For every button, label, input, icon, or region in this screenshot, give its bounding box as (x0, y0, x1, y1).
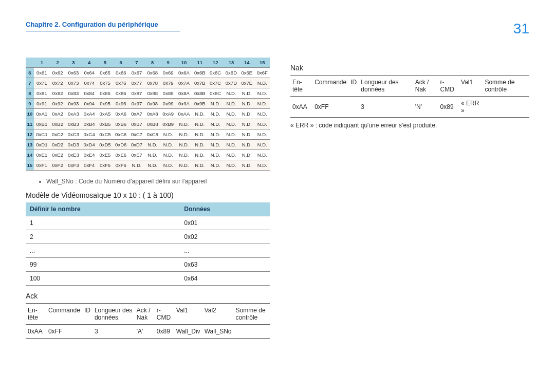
hex-col-header: 2 (50, 58, 66, 68)
page-number: 31 (513, 21, 529, 37)
hex-cell: 0xA8 (144, 109, 160, 119)
nak-header: Longueur des données (359, 76, 413, 97)
ack-header: Val1 (174, 304, 202, 325)
hex-cell: N.D. (160, 140, 176, 150)
hex-cell: 0x99 (160, 99, 176, 109)
hex-cell: 0xD7 (129, 140, 145, 150)
hex-cell: 0x76 (113, 78, 129, 88)
hex-cell: 0x84 (81, 88, 97, 99)
hex-cell: N.D. (192, 109, 208, 119)
hex-cell: N.D. (208, 109, 224, 119)
hex-cell: 0x94 (81, 99, 97, 109)
nak-header: En-tête (290, 76, 312, 97)
hex-cell: N.D. (254, 119, 270, 129)
ack-cell (82, 325, 92, 339)
hex-cell: 0x6D (224, 68, 239, 78)
nak-table: En-têteCommandeIDLongueur des donnéesAck… (290, 75, 529, 118)
hex-col-header: 14 (239, 58, 254, 68)
hex-cell: 0x85 (97, 88, 113, 99)
def-data: ... (180, 244, 270, 258)
nak-cell: « ERR » (459, 97, 483, 118)
hex-col-header: 9 (160, 58, 176, 68)
hex-cell: 0xA4 (81, 109, 97, 119)
hex-cell: 0x6F (254, 68, 270, 78)
hex-cell: 0x97 (129, 99, 145, 109)
hex-cell: 0xB8 (144, 119, 160, 129)
hex-col-header: 8 (144, 58, 160, 68)
nak-header: r-CMD (438, 76, 459, 97)
def-data: 0x63 (180, 258, 270, 272)
hex-cell: 0x95 (97, 99, 113, 109)
hex-cell: 0x89 (160, 88, 176, 99)
hex-cell: 0xC8 (144, 129, 160, 140)
hex-row-header: 15 (26, 160, 34, 171)
hex-cell: N.D. (192, 160, 208, 171)
hex-cell: 0xB7 (129, 119, 145, 129)
hex-cell: 0x86 (113, 88, 129, 99)
def-header-data: Données (180, 202, 270, 216)
nak-header: Ack / Nak (413, 76, 438, 97)
hex-cell: N.D. (160, 160, 176, 171)
hex-cell: 0x96 (113, 99, 129, 109)
hex-cell: 0x71 (34, 78, 50, 88)
hex-col-header: 15 (254, 58, 270, 68)
hex-cell: 0x62 (50, 68, 66, 78)
hex-cell: N.D. (224, 109, 239, 119)
def-data: 0x01 (180, 216, 270, 230)
hex-cell: 0x6B (192, 68, 208, 78)
hex-cell: 0xA5 (97, 109, 113, 119)
ack-cell: 0x89 (155, 325, 174, 339)
define-number-table: Définir le nombre Données 10x0120x02....… (26, 202, 270, 286)
hex-cell: 0x61 (34, 68, 50, 78)
hex-cell: 0xF5 (97, 160, 113, 171)
hex-cell: 0x6C (208, 68, 224, 78)
ack-cell: Wall_SNo (202, 325, 234, 339)
hex-col-header: 7 (129, 58, 145, 68)
nak-header: Commande (312, 76, 348, 97)
hex-cell: 0xC4 (81, 129, 97, 140)
hex-cell: 0xE4 (81, 150, 97, 160)
hex-cell: 0x74 (81, 78, 97, 88)
hex-cell: 0xA6 (113, 109, 129, 119)
ack-header: ID (82, 304, 92, 325)
ack-header: Longueur des données (92, 304, 135, 325)
hex-cell: N.D. (239, 129, 254, 140)
hex-cell: 0xE2 (50, 150, 66, 160)
ack-header: Val2 (202, 304, 234, 325)
hex-cell: N.D. (224, 140, 239, 150)
hex-cell: N.D. (239, 150, 254, 160)
hex-row-header: 13 (26, 140, 34, 150)
hex-cell: N.D. (224, 160, 239, 171)
hex-cell: 0xB2 (50, 119, 66, 129)
hex-grid-table: 123456789101112131415 60x610x620x630x640… (26, 58, 270, 171)
hex-cell: 0x87 (129, 88, 145, 99)
hex-cell: 0xB3 (66, 119, 82, 129)
hex-cell: N.D. (176, 129, 192, 140)
hex-cell: N.D. (254, 78, 270, 88)
hex-cell: 0x8B (192, 88, 208, 99)
nak-cell (348, 97, 359, 118)
ack-header: Somme de contrôle (234, 304, 270, 325)
hex-cell: 0xC1 (34, 129, 50, 140)
hex-cell: 0x67 (129, 68, 145, 78)
hex-cell: 0xE6 (113, 150, 129, 160)
hex-cell: 0x64 (81, 68, 97, 78)
err-note: « ERR » : code indiquant qu'une erreur s… (290, 122, 529, 129)
nak-cell: 0xFF (312, 97, 348, 118)
hex-cell: 0xE7 (129, 150, 145, 160)
hex-cell: 0xB9 (160, 119, 176, 129)
def-number: 2 (26, 230, 180, 244)
hex-col-header: 5 (97, 58, 113, 68)
hex-col-header: 11 (192, 58, 208, 68)
ack-cell: 'A' (135, 325, 155, 339)
hex-cell: 0xC7 (129, 129, 145, 140)
hex-cell: N.D. (254, 129, 270, 140)
ack-header: r-CMD (155, 304, 174, 325)
hex-cell: 0x63 (66, 68, 82, 78)
hex-row-header: 7 (26, 78, 34, 88)
hex-cell: N.D. (224, 150, 239, 160)
nak-header: Somme de contrôle (483, 76, 529, 97)
hex-cell: N.D. (144, 150, 160, 160)
def-number: 1 (26, 216, 180, 230)
hex-cell: N.D. (254, 150, 270, 160)
